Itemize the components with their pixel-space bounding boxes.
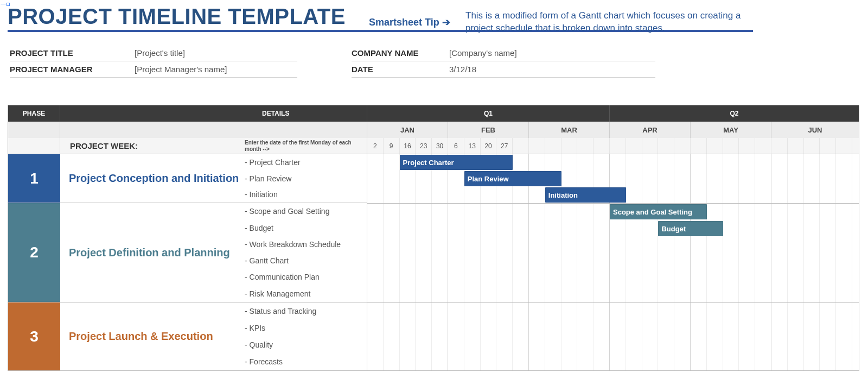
week-cell[interactable] bbox=[820, 138, 836, 154]
tip-text: This is a modified form of a Gantt chart… bbox=[465, 10, 748, 35]
week-cell[interactable] bbox=[691, 138, 707, 154]
selection-handle: ⸺ bbox=[0, 0, 10, 8]
week-cell[interactable] bbox=[642, 138, 659, 154]
week-cell[interactable] bbox=[545, 138, 561, 154]
col-header-q2: Q2 bbox=[610, 105, 859, 122]
week-cell[interactable] bbox=[626, 138, 642, 154]
phase-row-1: 1 Project Conception and Initiation - Pr… bbox=[8, 154, 367, 203]
month-apr: APR bbox=[610, 122, 691, 138]
gantt-bar[interactable]: Budget bbox=[658, 221, 723, 236]
detail-item: - Project Charter bbox=[245, 154, 363, 171]
week-cell[interactable]: 9 bbox=[384, 138, 400, 154]
week-cell[interactable] bbox=[577, 138, 593, 154]
header-row-months: JAN FEB MAR APR MAY JUN bbox=[8, 122, 859, 138]
tip-label: Smartsheet Tip bbox=[369, 17, 439, 28]
week-cell[interactable] bbox=[561, 138, 578, 154]
detail-item: - Work Breakdown Schedule bbox=[245, 236, 363, 253]
week-cell[interactable] bbox=[788, 138, 804, 154]
meta-fields: PROJECT TITLE [Project's title] PROJECT … bbox=[0, 37, 868, 78]
week-cell[interactable]: 20 bbox=[481, 138, 497, 154]
month-mar: MAR bbox=[529, 122, 610, 138]
phase-3-details: - Status and Tracking - KPIs - Quality -… bbox=[241, 302, 367, 370]
month-feb: FEB bbox=[448, 122, 529, 138]
col-header-details: DETAILS bbox=[60, 105, 367, 122]
week-cell[interactable] bbox=[771, 138, 788, 154]
month-jun: JUN bbox=[771, 122, 859, 138]
date-value[interactable]: 3/12/18 bbox=[449, 61, 655, 78]
week-cell[interactable] bbox=[658, 138, 674, 154]
detail-item: - Risk Management bbox=[245, 286, 363, 302]
company-name-value[interactable]: [Company's name] bbox=[449, 45, 655, 61]
week-cell[interactable] bbox=[739, 138, 755, 154]
project-title-value[interactable]: [Project's title] bbox=[135, 45, 297, 61]
phase-row-3: 3 Project Launch & Execution - Status an… bbox=[8, 302, 367, 370]
phase-2-number: 2 bbox=[8, 203, 60, 302]
timeline-grid: PHASE DETAILS Q1 Q2 JAN FEB MAR APR MAY … bbox=[8, 105, 859, 371]
project-week-label: PROJECT WEEK: bbox=[60, 138, 241, 154]
week-hint: Enter the date of the first Monday of ea… bbox=[241, 138, 367, 154]
week-cell[interactable] bbox=[755, 138, 771, 154]
gantt-area[interactable]: Project CharterPlan ReviewInitiationScop… bbox=[367, 154, 859, 370]
phase-3-number: 3 bbox=[8, 302, 60, 370]
week-cell[interactable] bbox=[610, 138, 626, 154]
gantt-bar[interactable]: Initiation bbox=[545, 187, 626, 203]
date-label: DATE bbox=[352, 61, 449, 78]
week-cell[interactable] bbox=[723, 138, 739, 154]
project-manager-value[interactable]: [Project Manager's name] bbox=[135, 61, 297, 78]
project-title-label: PROJECT TITLE bbox=[10, 45, 135, 61]
company-name-label: COMPANY NAME bbox=[352, 45, 449, 61]
detail-item: - Quality bbox=[245, 337, 363, 354]
smartsheet-tip-link[interactable]: Smartsheet Tip ➔ bbox=[369, 16, 450, 28]
week-cell[interactable] bbox=[804, 138, 820, 154]
header-row-weeks: PROJECT WEEK: Enter the date of the firs… bbox=[8, 138, 859, 154]
detail-item: - Budget bbox=[245, 219, 363, 236]
detail-item: - KPIs bbox=[245, 320, 363, 337]
week-cell[interactable]: 30 bbox=[432, 138, 448, 154]
week-cell[interactable]: 23 bbox=[416, 138, 432, 154]
gantt-bar[interactable]: Plan Review bbox=[464, 171, 561, 186]
month-may: MAY bbox=[691, 122, 771, 138]
phase-2-details: - Scope and Goal Setting - Budget - Work… bbox=[241, 203, 367, 302]
col-header-phase: PHASE bbox=[8, 105, 60, 122]
header-row-1: PHASE DETAILS Q1 Q2 bbox=[8, 105, 859, 122]
phase-1-number: 1 bbox=[8, 154, 60, 203]
phase-1-details: - Project Charter - Plan Review - Initia… bbox=[241, 154, 367, 203]
week-cell[interactable] bbox=[529, 138, 545, 154]
detail-item: - Scope and Goal Setting bbox=[245, 203, 363, 219]
week-cell[interactable] bbox=[513, 138, 529, 154]
week-cell[interactable]: 13 bbox=[464, 138, 481, 154]
phase-2-name: Project Definition and Planning bbox=[60, 203, 241, 302]
week-cell[interactable]: 16 bbox=[400, 138, 416, 154]
week-cell[interactable] bbox=[593, 138, 610, 154]
detail-item: - Plan Review bbox=[245, 171, 363, 187]
arrow-right-icon: ➔ bbox=[442, 17, 450, 28]
phase-1-name: Project Conception and Initiation bbox=[60, 154, 241, 203]
week-cell[interactable] bbox=[674, 138, 691, 154]
col-header-q1: Q1 bbox=[367, 105, 610, 122]
week-cell[interactable]: 2 bbox=[367, 138, 384, 154]
detail-item: - Forecasts bbox=[245, 354, 363, 370]
detail-item: - Communication Plan bbox=[245, 269, 363, 285]
week-cell[interactable]: 27 bbox=[496, 138, 513, 154]
week-cell[interactable] bbox=[707, 138, 723, 154]
gantt-bar[interactable]: Scope and Goal Setting bbox=[610, 204, 707, 219]
detail-item: - Status and Tracking bbox=[245, 303, 363, 320]
month-jan: JAN bbox=[367, 122, 448, 138]
phase-row-2: 2 Project Definition and Planning - Scop… bbox=[8, 203, 367, 302]
detail-item: - Initiation bbox=[245, 186, 363, 203]
project-manager-label: PROJECT MANAGER bbox=[10, 61, 135, 78]
week-cell[interactable]: 6 bbox=[448, 138, 464, 154]
week-cell[interactable] bbox=[836, 138, 852, 154]
phase-3-name: Project Launch & Execution bbox=[60, 302, 241, 370]
gantt-bar[interactable]: Project Charter bbox=[400, 155, 513, 170]
detail-item: - Gantt Chart bbox=[245, 253, 363, 269]
